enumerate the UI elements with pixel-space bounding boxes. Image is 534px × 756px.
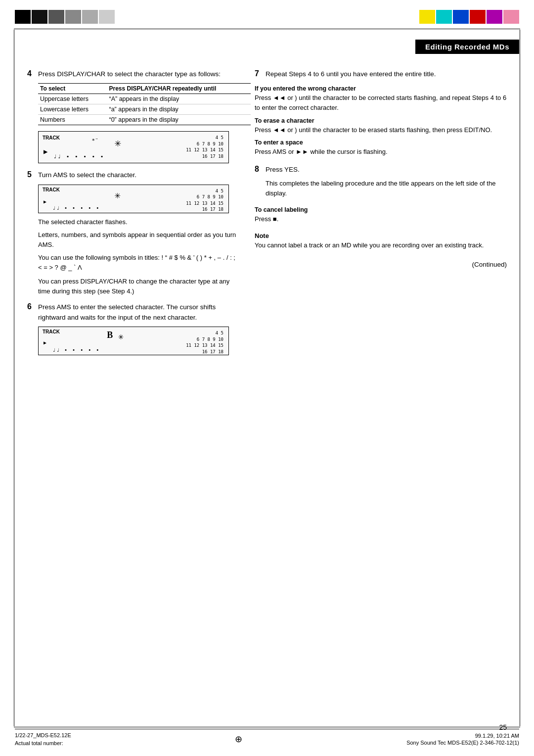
step6-number: 6	[27, 302, 38, 311]
color-block-gray3	[82, 10, 98, 24]
step7-number: 7	[255, 69, 266, 78]
footer-product: Sony Sound Tec MDS-E52(E) 2-346-702-12(1…	[406, 740, 519, 746]
table-row: Uppercase letters “A” appears in the dis…	[38, 94, 251, 104]
erase-char-section: To erase a character Press ◄◄ or ) until…	[255, 117, 507, 135]
wrong-char-body: Press ◄◄ or ) until the character to be …	[255, 93, 507, 113]
note-section: Note You cannot label a track or an MD w…	[255, 232, 507, 250]
step5-number: 5	[27, 170, 38, 179]
step5-text: Turn AMS to select the character.	[38, 170, 136, 180]
color-block-gray1	[48, 10, 64, 24]
display-numbers-2: 4 5 6 7 8 9 10 11 12 13 14 15 16 17 18	[186, 188, 223, 213]
display-numbers-3: 4 5 6 7 8 9 10 11 12 13 14 15 16 17 18	[186, 330, 223, 355]
color-block-black1	[15, 10, 31, 24]
right-border-line	[520, 30, 520, 726]
right-column: 7 Repeat Steps 4 to 6 until you have ent…	[255, 69, 507, 359]
note-header: Note	[255, 232, 507, 239]
step6-text: Press AMS to enter the selected characte…	[38, 302, 240, 323]
step6-header: 6 Press AMS to enter the selected charac…	[27, 302, 240, 323]
table-cell-press-2: “a” appears in the display	[107, 104, 251, 115]
step8-body: This completes the labeling procedure an…	[266, 179, 507, 198]
cancel-labeling-section: To cancel labeling Press ■.	[255, 206, 507, 224]
color-bar	[0, 9, 534, 25]
character-table: To select Press DISPLAY/CHAR repeatedly …	[38, 83, 251, 125]
display-diagram-1: TRACK 4 5 6 7 8 9 10 11 12 13 14 15 16 1…	[38, 131, 229, 163]
color-block-red	[470, 10, 486, 24]
table-cell-select-3: Numbers	[38, 115, 107, 125]
step7-text: Repeat Steps 4 to 6 until you have enter…	[266, 69, 436, 79]
table-cell-press-3: “0” appears in the display	[107, 115, 251, 125]
footer-crosshair: ⊕	[235, 734, 242, 745]
table-cell-select-2: Lowercase letters	[38, 104, 107, 115]
display-track-label-3: TRACK	[43, 329, 60, 334]
left-border-line	[14, 30, 14, 726]
color-block-black2	[32, 10, 47, 24]
left-column: 4 Press DISPLAY/CHAR to select the chara…	[27, 69, 240, 359]
continued-label: (Continued)	[255, 261, 507, 268]
erase-char-body: Press ◄◄ or ) until the character to be …	[255, 125, 507, 135]
color-block-gray2	[65, 10, 81, 24]
display-bottom-3: ♩♩ • • • • •	[52, 347, 100, 353]
step5-para-3: You can use the following symbols in tit…	[38, 253, 240, 273]
bottom-border-line	[14, 727, 520, 727]
right-color-blocks	[419, 10, 519, 24]
cancel-labeling-body: Press ■.	[255, 214, 507, 224]
color-block-yellow	[419, 10, 435, 24]
wrong-char-header: If you entered the wrong character	[255, 85, 507, 92]
display-bottom-2: ♩♩ • • • • •	[52, 205, 100, 211]
step8-header: 8 Press YES.	[255, 165, 507, 175]
wrong-char-section: If you entered the wrong character Press…	[255, 85, 507, 113]
color-block-cyan	[436, 10, 452, 24]
main-content: 4 Press DISPLAY/CHAR to select the chara…	[27, 54, 507, 716]
footer-filename: 1/22-27_MDS-E52.12E	[15, 732, 71, 738]
footer-timestamp: 99.1.29, 10:21 AM	[406, 733, 519, 739]
enter-space-section: To enter a space Press AMS or ►► while t…	[255, 139, 507, 157]
table-col1-header: To select	[38, 84, 107, 94]
footer: 1/22-27_MDS-E52.12E Actual total number:…	[15, 729, 519, 746]
step5-header: 5 Turn AMS to select the character.	[27, 170, 240, 180]
display-track-label-1: TRACK	[43, 135, 60, 141]
display-bottom-1: ♩♩ • • • • •	[53, 153, 104, 160]
display-arrow-1: ▶	[44, 147, 47, 155]
table-col2-header: Press DISPLAY/CHAR repeatedly until	[107, 84, 251, 94]
color-block-pink	[503, 10, 519, 24]
display-sun-icon-1: ✳	[115, 137, 121, 149]
display-B-char: B	[107, 330, 113, 340]
display-sun-icon-2: ✳	[115, 189, 121, 201]
step8-number: 8	[255, 165, 266, 174]
display-sun-icon-3: ✳	[118, 331, 124, 341]
display-diagram-2: TRACK 4 5 6 7 8 9 10 11 12 13 14 15 16 1…	[38, 185, 229, 213]
erase-char-header: To erase a character	[255, 117, 507, 124]
color-block-blue	[453, 10, 469, 24]
table-row: Lowercase letters “a” appears in the dis…	[38, 104, 251, 115]
step4-number: 4	[27, 69, 38, 78]
display-arrow-3: ▶	[44, 340, 46, 345]
enter-space-body: Press AMS or ►► while the cursor is flas…	[255, 147, 507, 157]
step5-para-4: You can press DISPLAY/CHAR to change the…	[38, 277, 240, 296]
step4-header: 4 Press DISPLAY/CHAR to select the chara…	[27, 69, 240, 79]
display-diagram-3: TRACK 4 5 6 7 8 9 10 11 12 13 14 15 16 1…	[38, 327, 229, 355]
step5-para-1: The selected character flashes.	[38, 217, 240, 227]
table-cell-select-1: Uppercase letters	[38, 94, 107, 104]
cancel-labeling-header: To cancel labeling	[255, 206, 507, 213]
display-numbers-1: 4 5 6 7 8 9 10 11 12 13 14 15 16 17 18	[186, 135, 223, 159]
color-block-purple	[487, 10, 502, 24]
step5-para-2: Letters, numbers, and symbols appear in …	[38, 230, 240, 250]
display-track-label-2: TRACK	[43, 187, 60, 192]
page-title: Editing Recorded MDs	[415, 40, 519, 54]
note-body: You cannot label a track or an MD while …	[255, 240, 507, 250]
footer-left: 1/22-27_MDS-E52.12E Actual total number:	[15, 732, 71, 746]
color-block-gray4	[99, 10, 115, 24]
table-cell-press-1: “A” appears in the display	[107, 94, 251, 104]
left-color-blocks	[15, 10, 115, 24]
step4-text: Press DISPLAY/CHAR to select the charact…	[38, 69, 221, 79]
step7-header: 7 Repeat Steps 4 to 6 until you have ent…	[255, 69, 507, 79]
table-row: Numbers “0” appears in the display	[38, 115, 251, 125]
footer-bottom-left: Actual total number:	[15, 740, 71, 746]
footer-right: 99.1.29, 10:21 AM Sony Sound Tec MDS-E52…	[406, 733, 519, 746]
display-arrow-2: ▶	[44, 199, 46, 204]
step8-text: Press YES.	[266, 165, 300, 175]
top-border-line	[14, 29, 520, 29]
enter-space-header: To enter a space	[255, 139, 507, 146]
content-columns: 4 Press DISPLAY/CHAR to select the chara…	[27, 69, 507, 359]
display-asterisk-1: *̈	[92, 138, 95, 144]
